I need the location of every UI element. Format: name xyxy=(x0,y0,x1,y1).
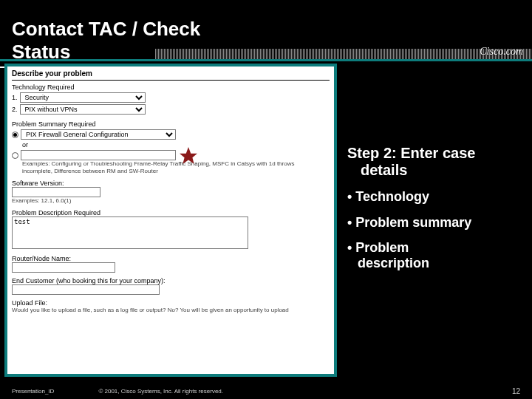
content-area: Describe your problem Technology Require… xyxy=(4,64,528,377)
copyright: © 2001, Cisco Systems, Inc. All rights r… xyxy=(98,388,223,395)
tech-select-1[interactable]: Security xyxy=(20,92,146,103)
bullet-problem-summary: • Problem summary xyxy=(347,215,522,231)
header-band: Cisco.com xyxy=(0,49,532,65)
page-number: 12 xyxy=(512,387,520,395)
tech-select-2[interactable]: PIX without VPNs xyxy=(20,104,146,115)
step-line-2: details xyxy=(361,162,522,179)
tech-num-1: 1. xyxy=(12,94,18,101)
or-label: or xyxy=(22,141,28,149)
describe-header: Describe your problem xyxy=(12,69,330,78)
summary-radio-select[interactable] xyxy=(12,132,18,138)
form-inner: Describe your problem Technology Require… xyxy=(7,66,334,374)
upload-file-hint: Would you like to upload a file, such as… xyxy=(12,307,307,314)
summary-text-row xyxy=(12,150,330,160)
summary-select[interactable]: PIX Firewall General Configuration xyxy=(21,129,176,140)
tech-row-1: 1. Security xyxy=(12,92,330,103)
tech-row-2: 2. PIX without VPNs xyxy=(12,104,330,115)
or-row: or xyxy=(22,141,330,149)
router-node-input[interactable] xyxy=(12,262,115,273)
end-customer-input[interactable] xyxy=(12,284,160,295)
footer: Presentation_ID © 2001, Cisco Systems, I… xyxy=(0,383,532,399)
software-version-input[interactable] xyxy=(12,187,100,197)
summary-row: PIX Firewall General Configuration xyxy=(12,129,330,140)
divider xyxy=(12,80,330,81)
right-pane: Step 2: Enter case details • Technology … xyxy=(337,64,528,377)
technology-label: Technology Required xyxy=(12,83,330,91)
summary-text-input[interactable] xyxy=(21,150,176,160)
upload-file-label: Upload File: xyxy=(12,299,330,307)
bullet-problem-description: • Problemdescription xyxy=(347,240,522,270)
step-line-1: Step 2: Enter case xyxy=(347,145,475,161)
bullet-technology: • Technology xyxy=(347,189,522,205)
presentation-id: Presentation_ID xyxy=(12,388,54,395)
summary-label: Problem Summary Required xyxy=(12,120,330,128)
svg-marker-0 xyxy=(180,147,197,164)
teal-line xyxy=(0,59,532,61)
problem-description-label: Problem Description Required xyxy=(12,209,330,216)
summary-radio-text[interactable] xyxy=(12,152,18,159)
bullet-list: • Technology • Problem summary • Problem… xyxy=(347,189,522,271)
software-version-label: Software Version: xyxy=(12,180,330,187)
software-version-hint: Examples: 12.1, 6.0(1) xyxy=(12,197,330,205)
tech-num-2: 2. xyxy=(12,106,18,113)
problem-description-textarea[interactable]: test xyxy=(12,216,248,249)
form-panel: Describe your problem Technology Require… xyxy=(4,64,337,377)
brand-link: Cisco.com xyxy=(480,46,523,58)
summary-hint: Examples: Configuring or Troubleshooting… xyxy=(22,160,303,175)
end-customer-label: End Customer (who booking this for your … xyxy=(12,277,330,284)
router-node-label: Router/Node Name: xyxy=(12,255,330,262)
step-heading: Step 2: Enter case details xyxy=(347,145,522,179)
hatch-pattern xyxy=(155,49,532,59)
star-icon xyxy=(179,146,198,166)
